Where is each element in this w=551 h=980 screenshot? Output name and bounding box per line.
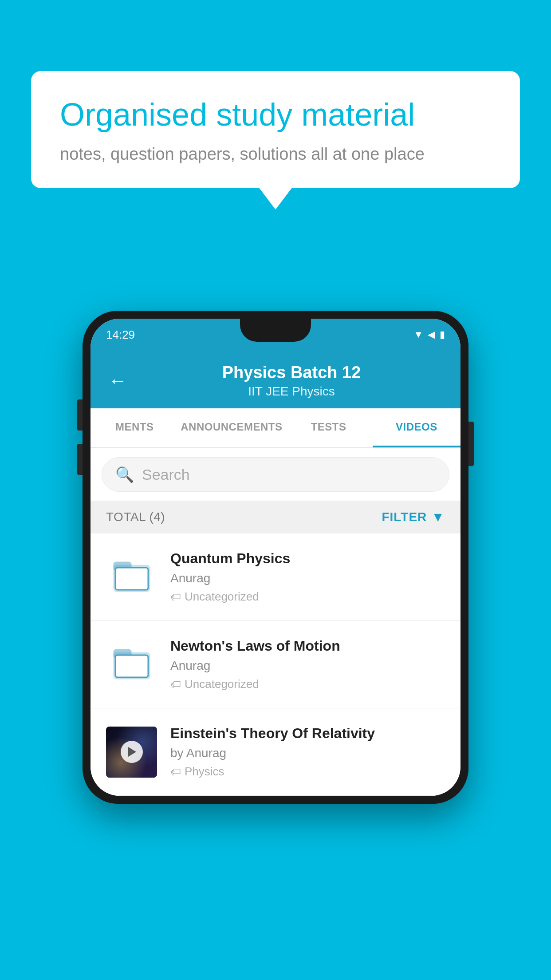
tab-videos[interactable]: VIDEOS [373, 408, 460, 447]
app-header: ← Physics Batch 12 IIT JEE Physics [91, 351, 460, 408]
header-title-block: Physics Batch 12 IIT JEE Physics [140, 363, 443, 399]
speech-bubble: Organised study material notes, question… [31, 71, 520, 188]
speech-bubble-container: Organised study material notes, question… [31, 71, 520, 188]
filter-label: FILTER [382, 510, 427, 524]
video-thumb-3 [106, 727, 157, 778]
back-button[interactable]: ← [108, 371, 127, 390]
video-thumbnail-image [106, 727, 157, 778]
bubble-subtitle: notes, question papers, solutions all at… [60, 145, 491, 164]
tab-announcements[interactable]: ANNOUNCEMENTS [178, 408, 284, 447]
phone-mockup: 14:29 ▼ ◀ ▮ ← Physics Batch 12 IIT JEE P… [83, 311, 468, 804]
tag-icon: 🏷 [170, 591, 181, 603]
wifi-icon: ▼ [413, 329, 423, 340]
search-icon: 🔍 [115, 466, 134, 483]
video-list: Quantum Physics Anurag 🏷 Uncategorized [91, 533, 460, 796]
video-title-1: Quantum Physics [170, 550, 445, 567]
header-subtitle: IIT JEE Physics [140, 384, 443, 399]
video-title-3: Einstein's Theory Of Relativity [170, 725, 445, 742]
video-tag-1: 🏷 Uncategorized [170, 590, 445, 604]
video-author-1: Anurag [170, 571, 445, 585]
power-button[interactable] [468, 422, 474, 466]
search-bar-wrapper: 🔍 Search [91, 448, 460, 501]
tabs-bar: MENTS ANNOUNCEMENTS TESTS VIDEOS [91, 408, 460, 448]
status-time: 14:29 [106, 328, 135, 342]
video-author-2: Anurag [170, 659, 445, 673]
search-placeholder: Search [142, 466, 190, 483]
search-bar[interactable]: 🔍 Search [102, 457, 449, 492]
play-icon [128, 747, 136, 757]
video-info-2: Newton's Laws of Motion Anurag 🏷 Uncateg… [170, 638, 445, 691]
video-info-3: Einstein's Theory Of Relativity by Anura… [170, 725, 445, 778]
video-tag-3: 🏷 Physics [170, 765, 445, 778]
total-count: TOTAL (4) [106, 510, 165, 524]
play-button[interactable] [121, 741, 143, 763]
filter-bar: TOTAL (4) FILTER ▼ [91, 501, 460, 533]
filter-button[interactable]: FILTER ▼ [382, 510, 445, 525]
volume-down-button[interactable] [77, 444, 83, 475]
list-item[interactable]: Quantum Physics Anurag 🏷 Uncategorized [91, 533, 460, 621]
tab-tests[interactable]: TESTS [284, 408, 372, 447]
bubble-title: Organised study material [60, 95, 491, 134]
video-info-1: Quantum Physics Anurag 🏷 Uncategorized [170, 550, 445, 604]
folder-icon [112, 554, 152, 600]
phone-screen: 14:29 ▼ ◀ ▮ ← Physics Batch 12 IIT JEE P… [91, 319, 460, 796]
filter-icon: ▼ [431, 510, 445, 525]
tag-icon: 🏷 [170, 766, 181, 778]
video-tag-2: 🏷 Uncategorized [170, 677, 445, 691]
status-bar: 14:29 ▼ ◀ ▮ [91, 319, 460, 351]
svg-rect-2 [115, 568, 148, 590]
video-thumb-2 [106, 639, 157, 690]
volume-up-button[interactable] [77, 399, 83, 431]
header-main-title: Physics Batch 12 [140, 363, 443, 382]
folder-icon [112, 642, 152, 688]
list-item[interactable]: Einstein's Theory Of Relativity by Anura… [91, 708, 460, 796]
svg-rect-5 [115, 655, 148, 677]
tag-icon: 🏷 [170, 678, 181, 691]
tab-ments[interactable]: MENTS [91, 408, 178, 447]
signal-icon: ◀ [428, 329, 435, 340]
status-icons: ▼ ◀ ▮ [413, 329, 445, 340]
battery-icon: ▮ [440, 329, 445, 340]
list-item[interactable]: Newton's Laws of Motion Anurag 🏷 Uncateg… [91, 621, 460, 708]
phone-outer: 14:29 ▼ ◀ ▮ ← Physics Batch 12 IIT JEE P… [83, 311, 468, 804]
video-title-2: Newton's Laws of Motion [170, 638, 445, 654]
video-thumb-1 [106, 552, 157, 603]
video-author-3: by Anurag [170, 746, 445, 760]
